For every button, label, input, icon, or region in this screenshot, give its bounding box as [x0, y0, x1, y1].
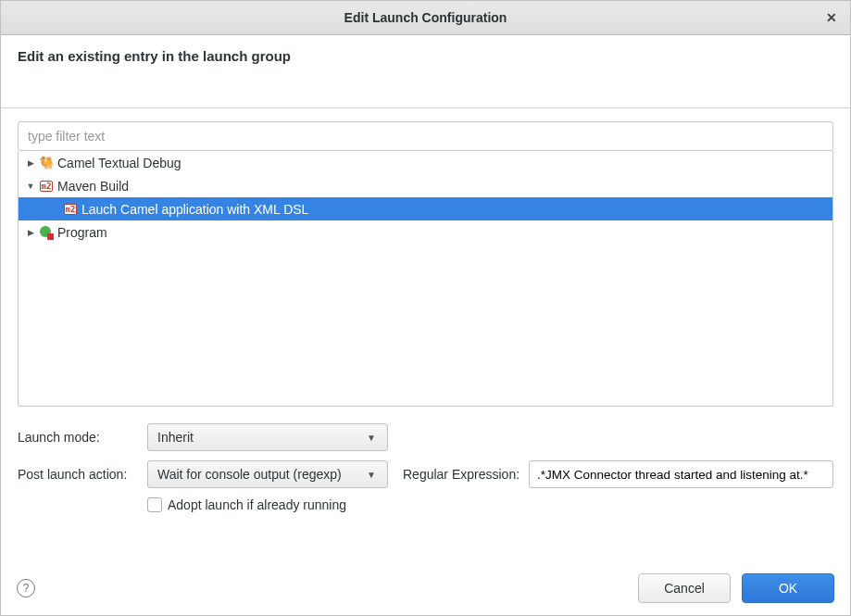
tree-item-label: Lauch Camel application with XML DSL: [81, 202, 308, 217]
cancel-button-label: Cancel: [664, 581, 705, 596]
filter-input[interactable]: [18, 121, 833, 151]
adopt-label: Adopt launch if already running: [168, 497, 346, 512]
launch-mode-select[interactable]: Inherit ▼: [147, 423, 388, 451]
close-icon[interactable]: ✕: [822, 8, 841, 27]
ok-button-label: OK: [779, 581, 797, 596]
tree-item-label: Program: [57, 225, 107, 240]
dialog-header: Edit an existing entry in the launch gro…: [1, 35, 850, 108]
tree-item-maven-build[interactable]: m2 Maven Build: [19, 174, 832, 197]
dialog-header-title: Edit an existing entry in the launch gro…: [18, 48, 833, 64]
dialog-footer: ? Cancel OK: [0, 560, 851, 616]
chevron-right-icon[interactable]: [24, 158, 37, 168]
maven-icon: m2: [62, 202, 79, 217]
post-launch-label: Post launch action:: [18, 467, 138, 482]
launch-mode-label: Launch mode:: [18, 430, 138, 445]
post-launch-value: Wait for console output (regexp): [157, 467, 342, 482]
chevron-down-icon: ▼: [361, 427, 382, 447]
config-tree[interactable]: 🐫 Camel Textual Debug m2 Maven Build m2 …: [18, 151, 833, 407]
form-area: Launch mode: Inherit ▼ Post launch actio…: [1, 407, 850, 518]
maven-icon: m2: [38, 179, 55, 194]
chevron-right-icon[interactable]: [24, 228, 37, 237]
post-launch-select[interactable]: Wait for console output (regexp) ▼: [147, 460, 388, 488]
window-title: Edit Launch Configuration: [344, 10, 507, 25]
tree-item-label: Camel Textual Debug: [57, 156, 181, 170]
chevron-down-icon[interactable]: [24, 182, 37, 191]
tree-item-camel-debug[interactable]: 🐫 Camel Textual Debug: [19, 151, 832, 174]
ok-button[interactable]: OK: [742, 573, 834, 603]
help-icon[interactable]: ?: [17, 579, 35, 597]
program-icon: [38, 225, 55, 240]
regex-input[interactable]: [529, 460, 833, 488]
titlebar: Edit Launch Configuration ✕: [1, 1, 850, 35]
chevron-down-icon: ▼: [361, 464, 382, 484]
cancel-button[interactable]: Cancel: [638, 573, 731, 603]
tree-item-launch-camel-xml[interactable]: m2 Lauch Camel application with XML DSL: [19, 197, 832, 220]
camel-icon: 🐫: [38, 156, 55, 170]
tree-item-label: Maven Build: [57, 179, 129, 194]
adopt-checkbox[interactable]: [147, 497, 162, 512]
regex-label: Regular Expression:: [403, 467, 519, 482]
launch-mode-value: Inherit: [157, 430, 194, 445]
tree-item-program[interactable]: Program: [19, 220, 832, 244]
